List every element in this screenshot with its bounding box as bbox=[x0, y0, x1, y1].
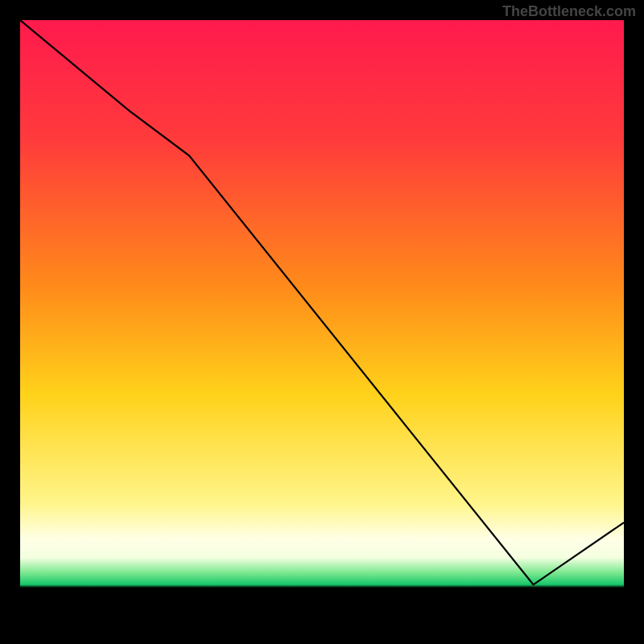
chart-svg bbox=[20, 20, 624, 624]
plot-area bbox=[20, 20, 624, 624]
watermark-text: TheBottleneck.com bbox=[502, 3, 636, 20]
